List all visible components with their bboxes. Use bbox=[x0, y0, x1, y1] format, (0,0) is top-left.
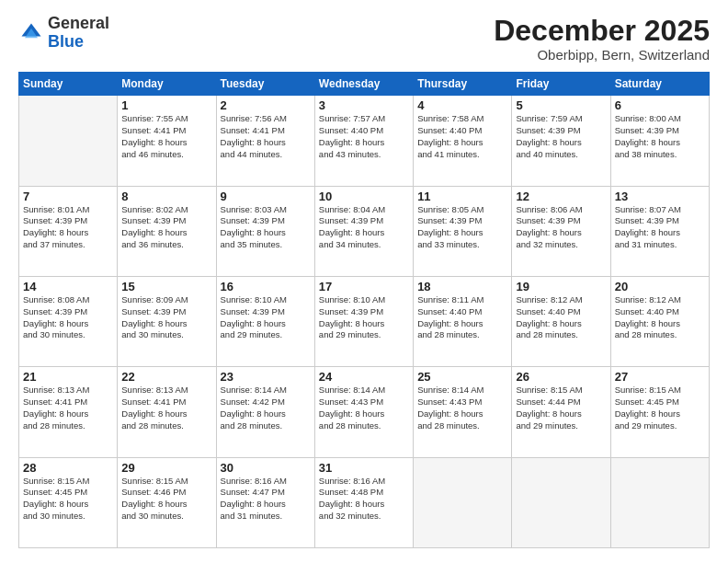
month-title: December 2025 bbox=[494, 15, 710, 47]
calendar-cell: 18Sunrise: 8:11 AMSunset: 4:40 PMDayligh… bbox=[414, 276, 512, 366]
day-number: 1 bbox=[121, 98, 211, 112]
day-of-week-header: Saturday bbox=[610, 73, 709, 96]
day-number: 30 bbox=[221, 461, 311, 475]
calendar-cell bbox=[414, 457, 512, 547]
cell-info: Sunrise: 8:15 AMSunset: 4:44 PMDaylight:… bbox=[516, 385, 606, 431]
cell-info: Sunrise: 7:57 AMSunset: 4:40 PMDaylight:… bbox=[319, 113, 409, 160]
cell-info: Sunrise: 7:55 AMSunset: 4:41 PMDaylight:… bbox=[121, 113, 211, 160]
day-number: 22 bbox=[121, 370, 211, 384]
cell-info: Sunrise: 8:15 AMSunset: 4:45 PMDaylight:… bbox=[615, 385, 705, 431]
cell-info: Sunrise: 8:00 AMSunset: 4:39 PMDaylight:… bbox=[615, 113, 705, 160]
day-number: 2 bbox=[221, 98, 311, 112]
day-number: 14 bbox=[23, 280, 113, 293]
calendar-week-row: 7Sunrise: 8:01 AMSunset: 4:39 PMDaylight… bbox=[19, 186, 710, 276]
calendar-table: SundayMondayTuesdayWednesdayThursdayFrid… bbox=[18, 72, 710, 548]
day-number: 11 bbox=[417, 190, 507, 203]
day-number: 23 bbox=[221, 370, 311, 384]
day-number: 17 bbox=[319, 280, 409, 293]
calendar-cell: 20Sunrise: 8:12 AMSunset: 4:40 PMDayligh… bbox=[610, 276, 709, 366]
day-number: 7 bbox=[23, 190, 113, 203]
calendar-cell: 9Sunrise: 8:03 AMSunset: 4:39 PMDaylight… bbox=[216, 186, 314, 276]
calendar-cell: 5Sunrise: 7:59 AMSunset: 4:39 PMDaylight… bbox=[512, 96, 610, 186]
day-number: 6 bbox=[615, 98, 705, 112]
calendar-cell: 19Sunrise: 8:12 AMSunset: 4:40 PMDayligh… bbox=[512, 276, 610, 366]
calendar-cell: 31Sunrise: 8:16 AMSunset: 4:48 PMDayligh… bbox=[314, 457, 413, 547]
location-title: Oberbipp, Bern, Switzerland bbox=[494, 47, 710, 63]
calendar-cell: 7Sunrise: 8:01 AMSunset: 4:39 PMDaylight… bbox=[19, 186, 118, 276]
calendar-cell: 27Sunrise: 8:15 AMSunset: 4:45 PMDayligh… bbox=[610, 367, 709, 457]
calendar-cell: 28Sunrise: 8:15 AMSunset: 4:45 PMDayligh… bbox=[19, 457, 118, 547]
logo-text: General Blue bbox=[48, 15, 109, 52]
day-number: 24 bbox=[319, 370, 409, 384]
day-number: 19 bbox=[516, 280, 606, 293]
cell-info: Sunrise: 8:10 AMSunset: 4:39 PMDaylight:… bbox=[221, 294, 311, 341]
calendar-cell: 14Sunrise: 8:08 AMSunset: 4:39 PMDayligh… bbox=[19, 276, 118, 366]
cell-info: Sunrise: 8:13 AMSunset: 4:41 PMDaylight:… bbox=[121, 385, 211, 431]
calendar-week-row: 28Sunrise: 8:15 AMSunset: 4:45 PMDayligh… bbox=[19, 457, 710, 547]
calendar-week-row: 14Sunrise: 8:08 AMSunset: 4:39 PMDayligh… bbox=[19, 276, 710, 366]
logo-general: General bbox=[48, 14, 109, 32]
calendar-cell bbox=[610, 457, 709, 547]
day-number: 9 bbox=[221, 190, 311, 203]
cell-info: Sunrise: 8:14 AMSunset: 4:43 PMDaylight:… bbox=[417, 385, 507, 431]
logo: General Blue bbox=[18, 15, 109, 52]
calendar-cell bbox=[512, 457, 610, 547]
day-of-week-header: Thursday bbox=[414, 73, 512, 96]
day-number: 3 bbox=[319, 98, 409, 112]
cell-info: Sunrise: 8:15 AMSunset: 4:45 PMDaylight:… bbox=[23, 476, 113, 523]
day-number: 8 bbox=[121, 190, 211, 203]
calendar-cell: 3Sunrise: 7:57 AMSunset: 4:40 PMDaylight… bbox=[314, 96, 413, 186]
cell-info: Sunrise: 8:16 AMSunset: 4:48 PMDaylight:… bbox=[319, 476, 409, 523]
cell-info: Sunrise: 7:59 AMSunset: 4:39 PMDaylight:… bbox=[516, 113, 606, 160]
day-number: 15 bbox=[121, 280, 211, 293]
calendar-cell: 16Sunrise: 8:10 AMSunset: 4:39 PMDayligh… bbox=[216, 276, 314, 366]
day-number: 28 bbox=[23, 461, 113, 475]
cell-info: Sunrise: 8:13 AMSunset: 4:41 PMDaylight:… bbox=[23, 385, 113, 431]
day-number: 29 bbox=[121, 461, 211, 475]
day-number: 27 bbox=[615, 370, 705, 384]
cell-info: Sunrise: 8:02 AMSunset: 4:39 PMDaylight:… bbox=[121, 204, 211, 251]
day-number: 31 bbox=[319, 461, 409, 475]
calendar-cell: 29Sunrise: 8:15 AMSunset: 4:46 PMDayligh… bbox=[118, 457, 216, 547]
day-of-week-header: Tuesday bbox=[216, 73, 314, 96]
header: General Blue December 2025 Oberbipp, Ber… bbox=[18, 15, 710, 63]
calendar-week-row: 1Sunrise: 7:55 AMSunset: 4:41 PMDaylight… bbox=[19, 96, 710, 186]
logo-icon bbox=[18, 20, 44, 46]
cell-info: Sunrise: 8:12 AMSunset: 4:40 PMDaylight:… bbox=[516, 294, 606, 341]
day-of-week-header: Wednesday bbox=[314, 73, 413, 96]
day-number: 5 bbox=[516, 98, 606, 112]
calendar-cell: 26Sunrise: 8:15 AMSunset: 4:44 PMDayligh… bbox=[512, 367, 610, 457]
calendar-cell: 6Sunrise: 8:00 AMSunset: 4:39 PMDaylight… bbox=[610, 96, 709, 186]
calendar-cell: 22Sunrise: 8:13 AMSunset: 4:41 PMDayligh… bbox=[118, 367, 216, 457]
calendar-cell: 25Sunrise: 8:14 AMSunset: 4:43 PMDayligh… bbox=[414, 367, 512, 457]
calendar-cell: 30Sunrise: 8:16 AMSunset: 4:47 PMDayligh… bbox=[216, 457, 314, 547]
calendar-cell: 12Sunrise: 8:06 AMSunset: 4:39 PMDayligh… bbox=[512, 186, 610, 276]
day-of-week-header: Sunday bbox=[19, 73, 118, 96]
cell-info: Sunrise: 7:58 AMSunset: 4:40 PMDaylight:… bbox=[417, 113, 507, 160]
cell-info: Sunrise: 8:10 AMSunset: 4:39 PMDaylight:… bbox=[319, 294, 409, 341]
logo-blue: Blue bbox=[48, 32, 84, 51]
calendar-week-row: 21Sunrise: 8:13 AMSunset: 4:41 PMDayligh… bbox=[19, 367, 710, 457]
cell-info: Sunrise: 8:07 AMSunset: 4:39 PMDaylight:… bbox=[615, 204, 705, 251]
day-number: 13 bbox=[615, 190, 705, 203]
day-number: 20 bbox=[615, 280, 705, 293]
cell-info: Sunrise: 8:14 AMSunset: 4:42 PMDaylight:… bbox=[221, 385, 311, 431]
calendar-header-row: SundayMondayTuesdayWednesdayThursdayFrid… bbox=[19, 73, 710, 96]
calendar-cell: 17Sunrise: 8:10 AMSunset: 4:39 PMDayligh… bbox=[314, 276, 413, 366]
day-number: 25 bbox=[417, 370, 507, 384]
calendar-cell: 23Sunrise: 8:14 AMSunset: 4:42 PMDayligh… bbox=[216, 367, 314, 457]
calendar-cell: 4Sunrise: 7:58 AMSunset: 4:40 PMDaylight… bbox=[414, 96, 512, 186]
cell-info: Sunrise: 8:03 AMSunset: 4:39 PMDaylight:… bbox=[221, 204, 311, 251]
day-number: 26 bbox=[516, 370, 606, 384]
calendar-cell bbox=[19, 96, 118, 186]
calendar-cell: 1Sunrise: 7:55 AMSunset: 4:41 PMDaylight… bbox=[118, 96, 216, 186]
calendar-cell: 8Sunrise: 8:02 AMSunset: 4:39 PMDaylight… bbox=[118, 186, 216, 276]
cell-info: Sunrise: 8:06 AMSunset: 4:39 PMDaylight:… bbox=[516, 204, 606, 251]
cell-info: Sunrise: 8:04 AMSunset: 4:39 PMDaylight:… bbox=[319, 204, 409, 251]
calendar-cell: 21Sunrise: 8:13 AMSunset: 4:41 PMDayligh… bbox=[19, 367, 118, 457]
calendar-cell: 11Sunrise: 8:05 AMSunset: 4:39 PMDayligh… bbox=[414, 186, 512, 276]
day-of-week-header: Friday bbox=[512, 73, 610, 96]
calendar-cell: 15Sunrise: 8:09 AMSunset: 4:39 PMDayligh… bbox=[118, 276, 216, 366]
page: General Blue December 2025 Oberbipp, Ber… bbox=[0, 0, 728, 563]
title-block: December 2025 Oberbipp, Bern, Switzerlan… bbox=[494, 15, 710, 63]
